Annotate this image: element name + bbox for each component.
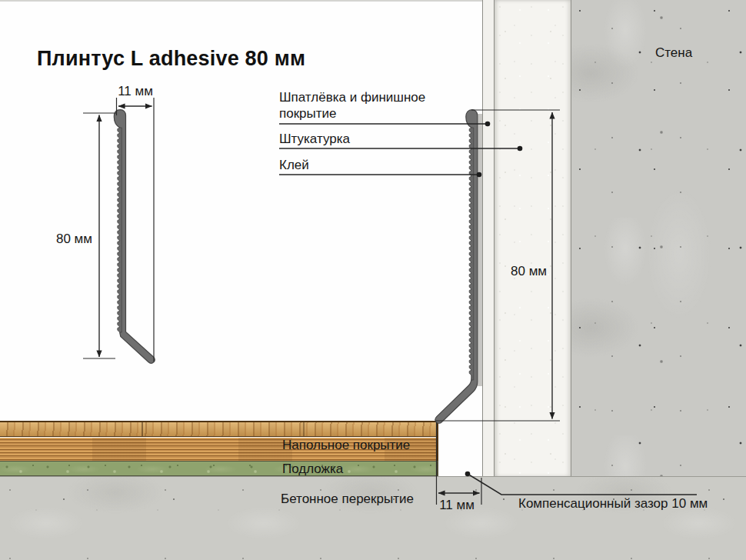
profile-height-dimension-label: 80 мм xyxy=(54,232,92,248)
wall-layer-concrete xyxy=(571,0,746,477)
gap-width-dimension-label: 11 мм xyxy=(432,498,481,514)
wall-layer-plaster xyxy=(495,0,571,477)
leader-glue-dot xyxy=(477,172,482,178)
top-edge-line xyxy=(0,0,482,2)
page-title: Плинтус L adhesive 80 мм xyxy=(37,48,305,71)
plaster-layer-label: Штукатурка xyxy=(279,132,350,148)
wall-label: Стена xyxy=(655,45,692,62)
profile-width-dimension-label: 11 мм xyxy=(116,84,155,100)
floor-covering-label: Напольное покрытие xyxy=(282,438,410,454)
wall-height-dimension-label: 80 мм xyxy=(511,264,547,280)
wall-layer-putty xyxy=(482,0,495,477)
wall-profile-teeth xyxy=(469,128,474,380)
glue-layer-label: Клей xyxy=(279,158,309,174)
left-profile-shape xyxy=(114,110,155,364)
compensation-gap-label: Компенсационный зазор 10 мм xyxy=(518,496,708,512)
left-profile-teeth xyxy=(118,128,122,332)
diagram-canvas: Плинтус L adhesive 80 мм 11 мм 80 мм Шпа… xyxy=(0,0,746,560)
putty-finish-layer-label: Шпатлёвка и финишное покрытие xyxy=(279,89,430,122)
underlay-label: Подложка xyxy=(282,462,343,478)
floor-underlay xyxy=(0,461,438,476)
wood-face-band xyxy=(0,422,437,437)
concrete-slab xyxy=(0,476,746,560)
concrete-slab-label: Бетонное перекрытие xyxy=(281,492,414,508)
wall-profile-shape xyxy=(435,110,478,424)
